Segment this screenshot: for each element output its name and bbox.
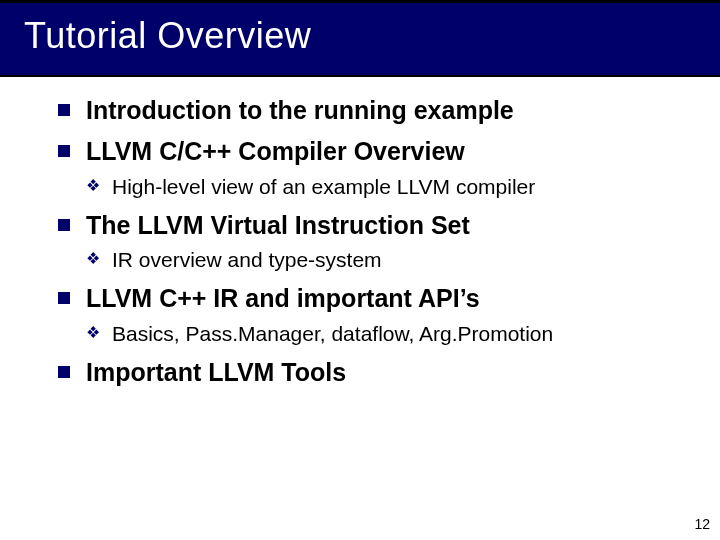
list-item: LLVM C++ IR and important API’s ❖ Basics… bbox=[58, 283, 680, 347]
sub-list-item: ❖ Basics, Pass.Manager, dataflow, Arg.Pr… bbox=[86, 321, 680, 347]
square-bullet-icon bbox=[58, 145, 70, 157]
list-item: Important LLVM Tools bbox=[58, 357, 680, 388]
slide: Tutorial Overview Introduction to the ru… bbox=[0, 0, 720, 540]
bullet-list: Introduction to the running example LLVM… bbox=[58, 95, 680, 388]
square-bullet-icon bbox=[58, 104, 70, 116]
list-item-label: Important LLVM Tools bbox=[86, 358, 346, 386]
sub-list-item-label: Basics, Pass.Manager, dataflow, Arg.Prom… bbox=[112, 322, 553, 345]
page-number: 12 bbox=[694, 516, 710, 532]
square-bullet-icon bbox=[58, 219, 70, 231]
sub-list-item-label: High-level view of an example LLVM compi… bbox=[112, 175, 535, 198]
list-item-label: Introduction to the running example bbox=[86, 96, 514, 124]
list-item: Introduction to the running example bbox=[58, 95, 680, 126]
square-bullet-icon bbox=[58, 292, 70, 304]
slide-content: Introduction to the running example LLVM… bbox=[0, 77, 720, 388]
sub-list-item: ❖ IR overview and type-system bbox=[86, 247, 680, 273]
title-bar: Tutorial Overview bbox=[0, 0, 720, 77]
sub-list-item-label: IR overview and type-system bbox=[112, 248, 382, 271]
list-item-label: The LLVM Virtual Instruction Set bbox=[86, 211, 470, 239]
sub-list: ❖ IR overview and type-system bbox=[86, 247, 680, 273]
square-bullet-icon bbox=[58, 366, 70, 378]
list-item-label: LLVM C++ IR and important API’s bbox=[86, 284, 480, 312]
sub-list-item: ❖ High-level view of an example LLVM com… bbox=[86, 174, 680, 200]
list-item: The LLVM Virtual Instruction Set ❖ IR ov… bbox=[58, 210, 680, 274]
list-item: LLVM C/C++ Compiler Overview ❖ High-leve… bbox=[58, 136, 680, 200]
diamond-bullet-icon: ❖ bbox=[86, 178, 100, 194]
sub-list: ❖ Basics, Pass.Manager, dataflow, Arg.Pr… bbox=[86, 321, 680, 347]
slide-title: Tutorial Overview bbox=[24, 15, 696, 57]
diamond-bullet-icon: ❖ bbox=[86, 325, 100, 341]
sub-list: ❖ High-level view of an example LLVM com… bbox=[86, 174, 680, 200]
list-item-label: LLVM C/C++ Compiler Overview bbox=[86, 137, 465, 165]
diamond-bullet-icon: ❖ bbox=[86, 251, 100, 267]
